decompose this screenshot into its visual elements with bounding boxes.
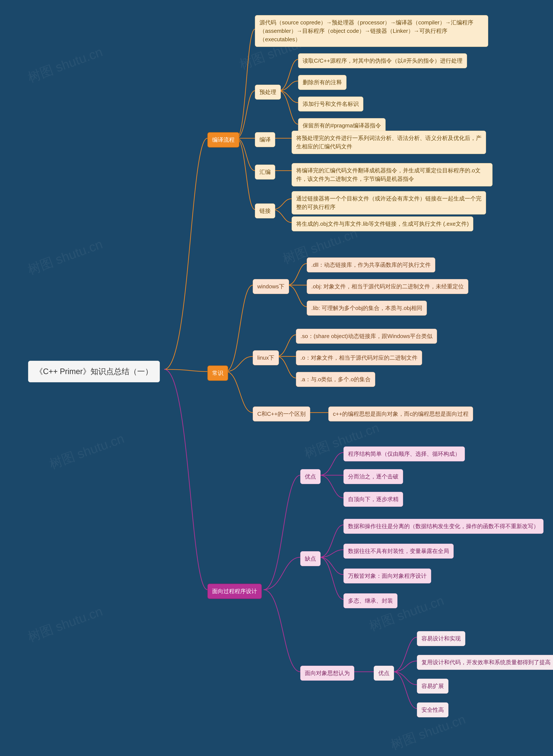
leaf-cons-2: 万般皆对象：面向对象程序设计 — [343, 569, 431, 583]
node-cpp-diff[interactable]: C和C++的一个区别 — [253, 407, 310, 421]
leaf-windows-2: .lib: 可理解为多个obj的集合，本质与.obj相同 — [307, 301, 427, 316]
leaf-cons-1: 数据往往不具有封装性，变量暴露在全局 — [343, 544, 454, 559]
watermark: 树图 shutu.cn — [47, 430, 127, 473]
leaf-pros-2: 自顶向下，逐步求精 — [343, 492, 403, 507]
node-oo-pros[interactable]: 优点 — [374, 666, 394, 681]
leaf-overview: 源代码（source coprede）→预处理器（processor）→编译器（… — [255, 15, 488, 47]
node-pros[interactable]: 优点 — [300, 469, 321, 484]
leaf-preprocess-2: 添加行号和文件名标识 — [298, 97, 363, 111]
leaf-preprocess-1: 删除所有的注释 — [298, 75, 346, 90]
leaf-link-1: 将生成的.obj文件与库文件.lib等文件链接，生成可执行文件 (.exe文件) — [292, 217, 473, 231]
node-linux[interactable]: linux下 — [253, 350, 279, 365]
leaf-preprocess-0: 读取C/C++源程序，对其中的伪指令（以#开头的指令）进行处理 — [298, 53, 467, 68]
watermark: 树图 shutu.cn — [25, 236, 105, 279]
branch-compile-flow[interactable]: 编译流程 — [208, 132, 239, 148]
leaf-windows-0: .dll：动态链接库，作为共享函数库的可执行文件 — [307, 257, 435, 272]
leaf-assemble-desc: 将编译完的汇编代码文件翻译成机器指令，并生成可重定位目标程序的.o文件，该文件为… — [292, 163, 492, 186]
watermark: 树图 shutu.cn — [25, 603, 105, 646]
leaf-link-0: 通过链接器将一个个目标文件（或许还会有库文件）链接在一起生成一个完整的可执行程序 — [292, 191, 486, 215]
leaf-oo-3: 安全性高 — [417, 702, 449, 717]
leaf-pros-0: 程序结构简单（仅由顺序、选择、循环构成） — [343, 446, 465, 461]
leaf-cons-3: 多态、继承、封装 — [343, 593, 397, 608]
branch-procedural[interactable]: 面向过程程序设计 — [208, 584, 262, 599]
root-node[interactable]: 《C++ Primer》知识点总结（一） — [28, 361, 160, 382]
leaf-oo-1: 复用设计和代码，开发效率和系统质量都得到了提高 — [417, 655, 553, 670]
node-preprocess[interactable]: 预处理 — [255, 85, 281, 100]
node-compile[interactable]: 编译 — [255, 132, 275, 147]
leaf-oo-0: 容易设计和实现 — [417, 631, 465, 646]
leaf-cpp-diff-desc: c++的编程思想是面向对象，而c的编程思想是面向过程 — [328, 407, 473, 421]
leaf-windows-1: .obj: 对象文件，相当于源代码对应的二进制文件，未经重定位 — [307, 279, 468, 294]
node-link[interactable]: 链接 — [255, 203, 275, 219]
leaf-compile-desc: 将预处理完的文件进行一系列词法分析、语法分析、语义分析及优化后，产生相应的汇编代… — [292, 131, 486, 154]
node-windows[interactable]: windows下 — [253, 279, 289, 294]
leaf-oo-2: 容易扩展 — [417, 679, 449, 693]
node-cons[interactable]: 缺点 — [300, 551, 321, 566]
leaf-linux-0: .so：(share object)动态链接库，跟Windows平台类似 — [296, 329, 437, 344]
leaf-linux-2: .a：与.o类似，多个.o的集合 — [296, 372, 375, 387]
leaf-cons-0: 数据和操作往往是分离的（数据结构发生变化，操作的函数不得不重新改写） — [343, 519, 544, 534]
node-assemble[interactable]: 汇编 — [255, 165, 275, 179]
branch-common-sense[interactable]: 常识 — [208, 365, 228, 381]
leaf-linux-1: .o：对象文件，相当于源代码对应的二进制文件 — [296, 350, 422, 365]
node-oo-thought[interactable]: 面向对象思想认为 — [300, 666, 354, 681]
leaf-pros-1: 分而治之，逐个击破 — [343, 469, 403, 484]
watermark: 树图 shutu.cn — [25, 43, 105, 86]
